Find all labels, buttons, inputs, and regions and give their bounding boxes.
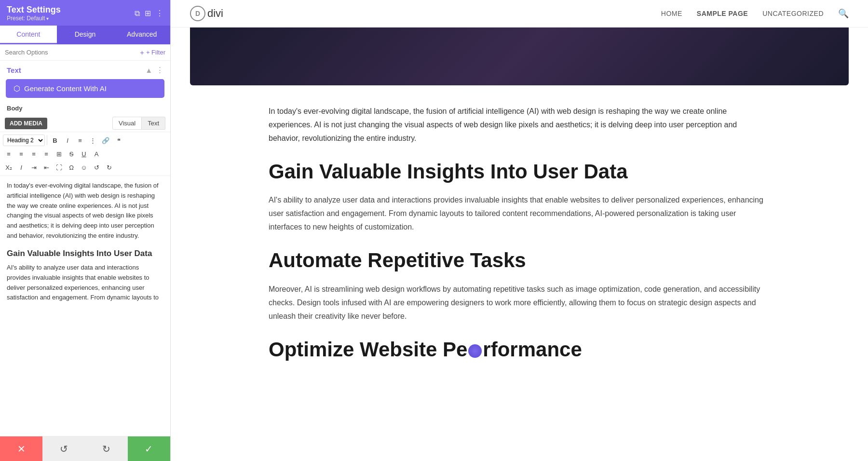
nav-links: HOME SAMPLE PAGE UNCATEGORIZED 🔍 [661, 8, 849, 19]
align-right-button[interactable]: ≡ [28, 148, 40, 160]
undo-history-button[interactable]: ↺ [42, 436, 85, 461]
bold-button[interactable]: B [49, 135, 61, 146]
toolbar-separator-1 [47, 136, 47, 145]
ai-icon: ⬡ [14, 84, 20, 93]
para-automate: Moreover, AI is streamlining web design … [269, 283, 770, 323]
filter-button[interactable]: + + Filter [140, 48, 165, 56]
search-icon[interactable]: 🔍 [838, 8, 849, 19]
heading-optimize: Optimize Website Performance [269, 338, 770, 362]
indent-button[interactable]: ⇥ [28, 162, 40, 173]
purple-dot-icon [468, 344, 482, 358]
copy-icon[interactable]: ⧉ [135, 9, 140, 18]
hero-image-inner [190, 27, 849, 85]
symbol-button[interactable]: Ω [66, 162, 77, 173]
collapse-icon[interactable]: ▲ [145, 66, 152, 74]
para-gain-insights: AI's ability to analyze user data and in… [269, 193, 770, 234]
generate-ai-button[interactable]: ⬡ Generate Content With AI [6, 79, 164, 98]
heading-select[interactable]: Heading 2 Heading 1 Heading 3 Paragraph [3, 135, 45, 146]
align-center-button[interactable]: ≡ [15, 148, 27, 160]
undo-button[interactable]: ↺ [91, 162, 102, 173]
cancel-button[interactable]: ✕ [0, 436, 42, 461]
section-more-icon[interactable]: ⋮ [156, 66, 163, 74]
link-button[interactable]: 🔗 [99, 135, 112, 146]
left-panel: Text Settings Preset: Default ▾ ⧉ ⊞ ⋮ Co… [0, 0, 171, 461]
redo-button[interactable]: ↻ [103, 162, 115, 173]
hero-image [190, 27, 849, 85]
editor-heading-1: Gain Valuable Insights Into User Data [7, 247, 163, 260]
nav-home[interactable]: HOME [661, 10, 682, 17]
underline-button[interactable]: U [78, 148, 90, 160]
heading-automate: Automate Repetitive Tasks [269, 248, 770, 272]
editor-toolbar: Heading 2 Heading 1 Heading 3 Paragraph … [0, 132, 170, 176]
panel-preset: Preset: Default ▾ [7, 15, 61, 22]
redo-history-button[interactable]: ↻ [85, 436, 128, 461]
section-header: Text ▲ ⋮ [0, 61, 170, 77]
subscript-button[interactable]: X₂ [3, 162, 14, 173]
nav-sample-page[interactable]: SAMPLE PAGE [697, 10, 748, 17]
panel-header-icons: ⧉ ⊞ ⋮ [135, 9, 163, 18]
nav-uncategorized[interactable]: UNCATEGORIZED [762, 10, 824, 17]
tab-content[interactable]: Content [0, 26, 57, 44]
tab-design[interactable]: Design [57, 26, 114, 44]
right-panel: D divi HOME SAMPLE PAGE UNCATEGORIZED 🔍 … [171, 0, 868, 461]
editor-content[interactable]: In today's ever-evolving digital landsca… [0, 176, 170, 436]
editor-paragraph-2: AI's ability to analyze user data and in… [7, 263, 163, 303]
visual-tab[interactable]: Visual [112, 117, 142, 130]
logo-text: divi [207, 7, 223, 20]
panel-title: Text Settings [7, 5, 61, 15]
site-nav: D divi HOME SAMPLE PAGE UNCATEGORIZED 🔍 [171, 0, 868, 27]
search-bar: + + Filter [0, 44, 170, 61]
ordered-list-button[interactable]: ⋮ [87, 135, 98, 146]
editor-toolbar-top: ADD MEDIA Visual Text [0, 115, 170, 132]
superscript-button[interactable]: I [15, 162, 27, 173]
logo-icon: D [190, 6, 205, 21]
editor-paragraph-1: In today's ever-evolving digital landsca… [7, 181, 163, 241]
section-icons: ▲ ⋮ [145, 66, 163, 74]
outdent-button[interactable]: ⇤ [41, 162, 52, 173]
body-label: Body [0, 103, 170, 115]
main-content: In today's ever-evolving digital landsca… [230, 85, 809, 391]
align-left-button[interactable]: ≡ [3, 148, 14, 160]
emoji-button[interactable]: ☺ [78, 162, 90, 173]
table-button[interactable]: ⊞ [53, 148, 65, 160]
heading-gain-insights: Gain Valuable Insights Into User Data [269, 160, 770, 184]
strikethrough-button[interactable]: S [66, 148, 77, 160]
preset-arrow-icon: ▾ [46, 16, 49, 21]
panel-footer: ✕ ↺ ↻ ✓ [0, 436, 170, 461]
italic-button[interactable]: I [62, 135, 73, 146]
grid-icon[interactable]: ⊞ [145, 9, 151, 18]
section-title: Text [7, 66, 21, 74]
save-button[interactable]: ✓ [128, 436, 170, 461]
color-button[interactable]: A [91, 148, 102, 160]
panel-header: Text Settings Preset: Default ▾ ⧉ ⊞ ⋮ [0, 0, 170, 26]
intro-paragraph: In today's ever-evolving digital landsca… [269, 105, 770, 145]
more-options-icon[interactable]: ⋮ [156, 9, 163, 18]
filter-plus-icon: + [140, 48, 144, 56]
search-input[interactable] [5, 49, 140, 56]
quote-button[interactable]: ❝ [113, 135, 124, 146]
panel-tabs: Content Design Advanced [0, 26, 170, 44]
view-tabs: Visual Text [112, 117, 165, 130]
fullscreen-button[interactable]: ⛶ [53, 162, 65, 173]
unordered-list-button[interactable]: ≡ [74, 135, 86, 146]
add-media-button[interactable]: ADD MEDIA [5, 118, 47, 129]
tab-advanced[interactable]: Advanced [113, 26, 170, 44]
align-justify-button[interactable]: ≡ [41, 148, 52, 160]
site-logo: D divi [190, 6, 223, 21]
text-tab[interactable]: Text [142, 117, 165, 130]
